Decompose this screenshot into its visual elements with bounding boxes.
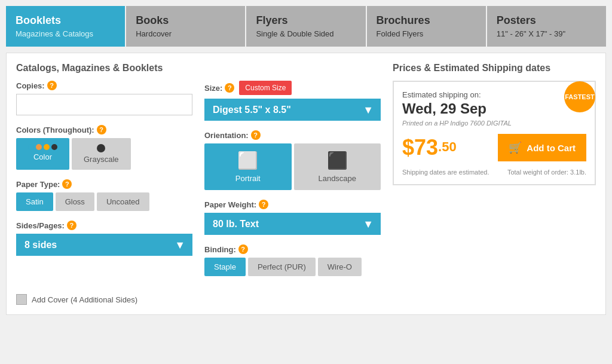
color-option-grayscale[interactable]: Grayscale <box>72 138 131 170</box>
paper-type-options: Satin Gloss Uncoated <box>16 192 192 211</box>
add-cover-checkbox[interactable] <box>16 294 27 305</box>
section-title: Catalogs, Magazines & Booklets <box>16 63 381 74</box>
portrait-icon: ⬜ <box>237 151 258 170</box>
custom-size-button[interactable]: Custom Size <box>239 81 292 95</box>
cart-icon: 🛒 <box>509 141 522 154</box>
copies-help-icon[interactable]: ? <box>47 81 57 90</box>
pricing-title: Prices & Estimated Shipping dates <box>393 63 596 74</box>
binding-field: Binding: ? Staple Perfect (PUR) Wire-O <box>204 244 381 276</box>
binding-perfect[interactable]: Perfect (PUR) <box>248 258 316 276</box>
paper-uncoated[interactable]: Uncoated <box>97 192 149 211</box>
tab-posters[interactable]: Posters 11" - 26" X 17" - 39" <box>487 6 606 47</box>
shipping-date: Wed, 29 Sep <box>402 100 586 117</box>
paper-type-help-icon[interactable]: ? <box>62 179 72 189</box>
binding-help-icon[interactable]: ? <box>238 244 248 254</box>
shipping-note-row: Shipping dates are estimated. Total weig… <box>402 169 586 176</box>
fastest-badge: FASTEST <box>564 81 595 112</box>
paper-weight-select[interactable]: 60 lb. Text 70 lb. Text 80 lb. Text 100 … <box>204 213 381 235</box>
size-select[interactable]: Digest 5.5" x 8.5" Letter 8.5" x 11" A4 … <box>204 99 381 121</box>
colors-help-icon[interactable]: ? <box>97 125 106 134</box>
price-dollars: $73 <box>402 135 438 160</box>
weight-note: Total weight of order: 3.1lb. <box>507 169 586 176</box>
dot-cyan <box>28 144 34 150</box>
paper-weight-help-icon[interactable]: ? <box>259 200 268 209</box>
copies-field: Copies: ? 100 <box>16 81 192 115</box>
size-field: Size: ? Custom Size Digest 5.5" x 8.5" L… <box>204 81 381 121</box>
copies-input[interactable]: 100 <box>16 94 192 115</box>
size-row: Size: ? Custom Size <box>204 81 381 95</box>
orientation-label: Orientation: ? <box>204 130 381 140</box>
dot-black <box>51 144 57 150</box>
dot-yellow <box>44 144 50 150</box>
paper-weight-field: Paper Weight: ? 60 lb. Text 70 lb. Text … <box>204 200 381 235</box>
dot-black-single <box>97 144 105 152</box>
left-panel: Catalogs, Magazines & Booklets Copies: ?… <box>16 63 381 305</box>
add-cover-label: Add Cover (4 Additional Sides) <box>32 295 137 304</box>
paper-weight-label: Paper Weight: ? <box>204 200 381 209</box>
orientation-landscape[interactable]: ⬛ Landscape <box>294 143 381 190</box>
price-cents: .50 <box>438 139 457 154</box>
sides-label: Sides/Pages: ? <box>16 221 192 230</box>
color-dots <box>28 144 57 150</box>
price-display: $73.50 <box>402 135 457 160</box>
nav-tabs: Booklets Magazines & Catalogs Books Hard… <box>6 6 606 47</box>
paper-type-field: Paper Type: ? Satin Gloss Uncoated <box>16 179 192 211</box>
printer-type: DIGITAL <box>486 120 512 127</box>
size-help-icon[interactable]: ? <box>225 83 234 93</box>
orientation-options: ⬜ Portrait ⬛ Landscape <box>204 143 381 190</box>
orientation-portrait[interactable]: ⬜ Portrait <box>204 143 292 190</box>
add-cover-row: Add Cover (4 Additional Sides) <box>16 294 381 305</box>
paper-satin[interactable]: Satin <box>16 192 53 211</box>
color-option-color[interactable]: Color <box>16 138 69 170</box>
sides-select[interactable]: 4 sides 8 sides 12 sides 16 sides <box>16 234 192 256</box>
paper-type-label: Paper Type: ? <box>16 179 192 189</box>
orientation-field: Orientation: ? ⬜ Portrait ⬛ Landscape <box>204 130 381 190</box>
shipping-label: Estimated shipping on: <box>402 90 586 99</box>
colors-label: Colors (Throughout): ? <box>16 125 192 134</box>
right-panel: Prices & Estimated Shipping dates FASTES… <box>393 63 596 305</box>
size-label: Size: ? <box>204 83 234 93</box>
sides-select-wrap: 4 sides 8 sides 12 sides 16 sides ▼ <box>16 234 192 256</box>
tab-booklets[interactable]: Booklets Magazines & Catalogs <box>6 6 125 47</box>
binding-options: Staple Perfect (PUR) Wire-O <box>204 258 381 276</box>
binding-label: Binding: ? <box>204 244 381 254</box>
tab-brochures[interactable]: Brochures Folded Flyers <box>367 6 486 47</box>
landscape-icon: ⬛ <box>327 151 348 170</box>
copies-label: Copies: ? <box>16 81 192 90</box>
sides-field: Sides/Pages: ? 4 sides 8 sides 12 sides … <box>16 221 192 256</box>
dot-magenta <box>36 144 42 150</box>
paper-weight-select-wrap: 60 lb. Text 70 lb. Text 80 lb. Text 100 … <box>204 213 381 235</box>
add-to-cart-button[interactable]: 🛒 Add to Cart <box>498 134 586 161</box>
tab-books[interactable]: Books Hardcover <box>126 6 245 47</box>
printer-info: Printed on a HP Indigo 7600 DIGITAL <box>402 120 586 127</box>
size-select-wrap: Digest 5.5" x 8.5" Letter 8.5" x 11" A4 … <box>204 99 381 121</box>
orientation-help-icon[interactable]: ? <box>251 130 261 140</box>
paper-gloss[interactable]: Gloss <box>56 192 94 211</box>
sides-help-icon[interactable]: ? <box>67 221 76 230</box>
tab-flyers[interactable]: Flyers Single & Double Sided <box>246 6 365 47</box>
binding-staple[interactable]: Staple <box>204 258 246 276</box>
grayscale-dots <box>97 144 105 152</box>
price-row: $73.50 🛒 Add to Cart <box>402 134 586 161</box>
colors-field: Colors (Throughout): ? <box>16 125 192 170</box>
color-options: Color Grayscale <box>16 138 192 170</box>
binding-wireo[interactable]: Wire-O <box>318 258 362 276</box>
pricing-box: FASTEST Estimated shipping on: Wed, 29 S… <box>393 81 596 185</box>
shipping-estimated-note: Shipping dates are estimated. <box>402 169 489 176</box>
